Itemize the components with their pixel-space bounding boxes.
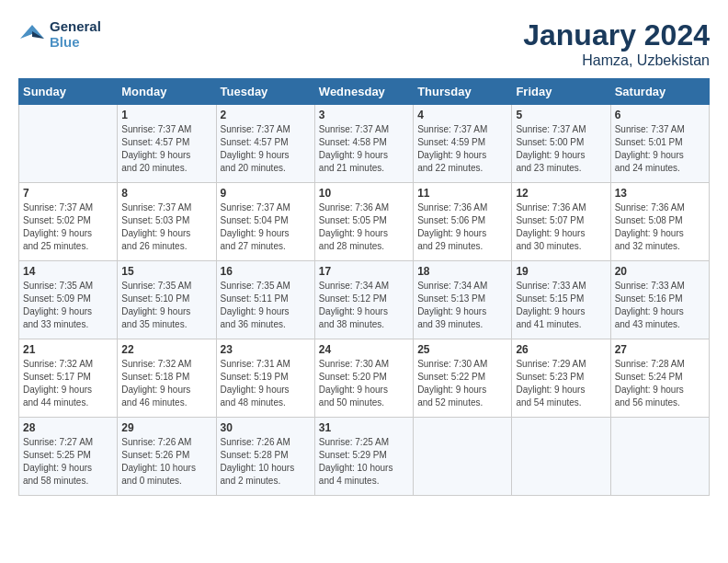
calendar-cell: 23Sunrise: 7:31 AM Sunset: 5:19 PM Dayli…	[216, 339, 314, 418]
cell-sun-info: Sunrise: 7:25 AM Sunset: 5:29 PM Dayligh…	[319, 436, 409, 488]
day-number: 10	[319, 187, 409, 200]
cell-sun-info: Sunrise: 7:33 AM Sunset: 5:15 PM Dayligh…	[516, 280, 606, 331]
cell-sun-info: Sunrise: 7:37 AM Sunset: 5:02 PM Dayligh…	[23, 201, 113, 253]
cell-sun-info: Sunrise: 7:34 AM Sunset: 5:13 PM Dayligh…	[417, 280, 507, 331]
calendar-cell: 8Sunrise: 7:37 AM Sunset: 5:03 PM Daylig…	[118, 183, 216, 261]
day-number: 19	[516, 265, 606, 278]
calendar-cell: 13Sunrise: 7:36 AM Sunset: 5:08 PM Dayli…	[610, 183, 709, 261]
cell-sun-info: Sunrise: 7:30 AM Sunset: 5:20 PM Dayligh…	[319, 358, 409, 409]
calendar-cell: 29Sunrise: 7:26 AM Sunset: 5:26 PM Dayli…	[118, 418, 216, 496]
day-header-sunday: Sunday	[19, 79, 118, 105]
calendar-cell: 12Sunrise: 7:36 AM Sunset: 5:07 PM Dayli…	[512, 183, 610, 261]
day-number: 13	[615, 187, 705, 200]
day-number: 20	[615, 265, 705, 278]
calendar-week-row: 1Sunrise: 7:37 AM Sunset: 4:57 PM Daylig…	[19, 105, 710, 183]
cell-sun-info: Sunrise: 7:31 AM Sunset: 5:19 PM Dayligh…	[221, 358, 311, 409]
day-number: 2	[221, 109, 311, 121]
calendar-cell: 31Sunrise: 7:25 AM Sunset: 5:29 PM Dayli…	[314, 418, 413, 496]
calendar-header-row: SundayMondayTuesdayWednesdayThursdayFrid…	[19, 79, 710, 105]
page-header: General Blue January 2024 Hamza, Uzbekis…	[18, 18, 710, 69]
calendar-cell: 5Sunrise: 7:37 AM Sunset: 5:00 PM Daylig…	[512, 105, 610, 183]
day-number: 5	[516, 109, 606, 121]
cell-sun-info: Sunrise: 7:36 AM Sunset: 5:07 PM Dayligh…	[516, 201, 606, 253]
calendar-cell: 21Sunrise: 7:32 AM Sunset: 5:17 PM Dayli…	[19, 339, 118, 418]
cell-sun-info: Sunrise: 7:27 AM Sunset: 5:25 PM Dayligh…	[23, 436, 113, 488]
logo: General Blue	[18, 18, 101, 50]
cell-sun-info: Sunrise: 7:36 AM Sunset: 5:08 PM Dayligh…	[615, 201, 705, 253]
cell-sun-info: Sunrise: 7:33 AM Sunset: 5:16 PM Dayligh…	[615, 280, 705, 331]
day-number: 12	[516, 187, 606, 200]
calendar-week-row: 28Sunrise: 7:27 AM Sunset: 5:25 PM Dayli…	[19, 418, 710, 496]
day-number: 3	[319, 109, 409, 121]
calendar-week-row: 21Sunrise: 7:32 AM Sunset: 5:17 PM Dayli…	[19, 339, 710, 418]
day-number: 31	[319, 421, 409, 434]
calendar-cell	[19, 105, 118, 183]
title-block: January 2024 Hamza, Uzbekistan	[523, 18, 710, 69]
calendar-cell: 19Sunrise: 7:33 AM Sunset: 5:15 PM Dayli…	[512, 261, 610, 339]
calendar-cell: 20Sunrise: 7:33 AM Sunset: 5:16 PM Dayli…	[610, 261, 709, 339]
day-number: 8	[121, 187, 211, 200]
cell-sun-info: Sunrise: 7:28 AM Sunset: 5:24 PM Dayligh…	[615, 358, 705, 409]
cell-sun-info: Sunrise: 7:34 AM Sunset: 5:12 PM Dayligh…	[319, 280, 409, 331]
cell-sun-info: Sunrise: 7:29 AM Sunset: 5:23 PM Dayligh…	[516, 358, 606, 409]
calendar-cell: 25Sunrise: 7:30 AM Sunset: 5:22 PM Dayli…	[414, 339, 512, 418]
cell-sun-info: Sunrise: 7:37 AM Sunset: 4:57 PM Dayligh…	[121, 123, 211, 175]
calendar-cell: 28Sunrise: 7:27 AM Sunset: 5:25 PM Dayli…	[19, 418, 118, 496]
day-number: 25	[417, 343, 507, 356]
cell-sun-info: Sunrise: 7:36 AM Sunset: 5:06 PM Dayligh…	[417, 201, 507, 253]
calendar-week-row: 14Sunrise: 7:35 AM Sunset: 5:09 PM Dayli…	[19, 261, 710, 339]
day-number: 30	[221, 421, 311, 434]
cell-sun-info: Sunrise: 7:26 AM Sunset: 5:26 PM Dayligh…	[121, 436, 211, 488]
calendar-cell: 15Sunrise: 7:35 AM Sunset: 5:10 PM Dayli…	[118, 261, 216, 339]
calendar-cell: 26Sunrise: 7:29 AM Sunset: 5:23 PM Dayli…	[512, 339, 610, 418]
calendar-cell: 17Sunrise: 7:34 AM Sunset: 5:12 PM Dayli…	[314, 261, 413, 339]
calendar-cell: 22Sunrise: 7:32 AM Sunset: 5:18 PM Dayli…	[118, 339, 216, 418]
day-number: 27	[615, 343, 705, 356]
day-number: 21	[23, 343, 113, 356]
day-header-thursday: Thursday	[414, 79, 512, 105]
day-header-tuesday: Tuesday	[216, 79, 314, 105]
cell-sun-info: Sunrise: 7:37 AM Sunset: 4:58 PM Dayligh…	[319, 123, 409, 175]
day-number: 26	[516, 343, 606, 356]
cell-sun-info: Sunrise: 7:26 AM Sunset: 5:28 PM Dayligh…	[221, 436, 311, 488]
day-number: 15	[121, 265, 211, 278]
day-number: 23	[221, 343, 311, 356]
location-subtitle: Hamza, Uzbekistan	[523, 52, 710, 69]
day-number: 24	[319, 343, 409, 356]
cell-sun-info: Sunrise: 7:35 AM Sunset: 5:09 PM Dayligh…	[23, 280, 113, 331]
calendar-cell: 14Sunrise: 7:35 AM Sunset: 5:09 PM Dayli…	[19, 261, 118, 339]
cell-sun-info: Sunrise: 7:35 AM Sunset: 5:11 PM Dayligh…	[221, 280, 311, 331]
calendar-cell: 24Sunrise: 7:30 AM Sunset: 5:20 PM Dayli…	[314, 339, 413, 418]
calendar-cell: 10Sunrise: 7:36 AM Sunset: 5:05 PM Dayli…	[314, 183, 413, 261]
calendar-cell: 1Sunrise: 7:37 AM Sunset: 4:57 PM Daylig…	[118, 105, 216, 183]
calendar-cell: 7Sunrise: 7:37 AM Sunset: 5:02 PM Daylig…	[19, 183, 118, 261]
day-number: 16	[221, 265, 311, 278]
cell-sun-info: Sunrise: 7:36 AM Sunset: 5:05 PM Dayligh…	[319, 201, 409, 253]
calendar-cell: 27Sunrise: 7:28 AM Sunset: 5:24 PM Dayli…	[610, 339, 709, 418]
day-number: 4	[417, 109, 507, 121]
calendar-cell: 16Sunrise: 7:35 AM Sunset: 5:11 PM Dayli…	[216, 261, 314, 339]
calendar-cell: 30Sunrise: 7:26 AM Sunset: 5:28 PM Dayli…	[216, 418, 314, 496]
cell-sun-info: Sunrise: 7:35 AM Sunset: 5:10 PM Dayligh…	[121, 280, 211, 331]
day-number: 1	[121, 109, 211, 121]
month-year-title: January 2024	[523, 18, 710, 52]
day-number: 22	[121, 343, 211, 356]
calendar-cell	[414, 418, 512, 496]
cell-sun-info: Sunrise: 7:32 AM Sunset: 5:17 PM Dayligh…	[23, 358, 113, 409]
logo-icon	[18, 20, 46, 48]
cell-sun-info: Sunrise: 7:37 AM Sunset: 5:01 PM Dayligh…	[615, 123, 705, 175]
day-number: 29	[121, 421, 211, 434]
day-number: 17	[319, 265, 409, 278]
calendar-cell: 11Sunrise: 7:36 AM Sunset: 5:06 PM Dayli…	[414, 183, 512, 261]
cell-sun-info: Sunrise: 7:37 AM Sunset: 5:00 PM Dayligh…	[516, 123, 606, 175]
calendar-cell: 2Sunrise: 7:37 AM Sunset: 4:57 PM Daylig…	[216, 105, 314, 183]
day-number: 7	[23, 187, 113, 200]
calendar-cell: 4Sunrise: 7:37 AM Sunset: 4:59 PM Daylig…	[414, 105, 512, 183]
calendar-table: SundayMondayTuesdayWednesdayThursdayFrid…	[18, 78, 710, 496]
cell-sun-info: Sunrise: 7:37 AM Sunset: 4:57 PM Dayligh…	[221, 123, 311, 175]
calendar-cell	[512, 418, 610, 496]
cell-sun-info: Sunrise: 7:30 AM Sunset: 5:22 PM Dayligh…	[417, 358, 507, 409]
day-number: 11	[417, 187, 507, 200]
day-number: 18	[417, 265, 507, 278]
day-number: 14	[23, 265, 113, 278]
